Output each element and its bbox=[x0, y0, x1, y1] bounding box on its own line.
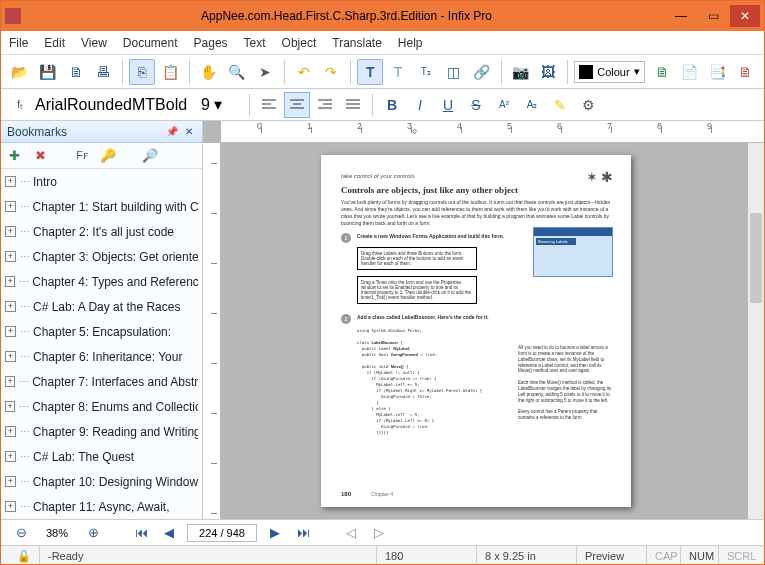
minimize-button[interactable]: — bbox=[666, 5, 696, 27]
zoom-in-button[interactable]: ⊕ bbox=[83, 523, 103, 543]
subscript-button[interactable]: A₂ bbox=[519, 92, 545, 118]
font-combo[interactable]: ArialRoundedMTBold bbox=[35, 96, 185, 114]
bookmark-item[interactable]: +⋯Chapter 6: Inheritance: Your bbox=[1, 344, 202, 369]
pointer-tool[interactable]: ➤ bbox=[252, 59, 278, 85]
panel-close-button[interactable]: ✕ bbox=[182, 125, 196, 139]
page-field[interactable]: 224 / 948 bbox=[187, 524, 257, 542]
print-button[interactable]: 🖶 bbox=[91, 59, 117, 85]
bookmarks-list[interactable]: +⋯Intro+⋯Chapter 1: Start building with … bbox=[1, 169, 202, 519]
page-insert-button[interactable]: 🗎 bbox=[649, 59, 675, 85]
align-center-button[interactable] bbox=[284, 92, 310, 118]
menu-document[interactable]: Document bbox=[123, 36, 178, 50]
pin-button[interactable]: 📌 bbox=[165, 125, 179, 139]
nav-back-button[interactable]: ◁ bbox=[341, 523, 361, 543]
expand-icon[interactable]: + bbox=[5, 501, 16, 512]
undo-button[interactable]: ↶ bbox=[291, 59, 317, 85]
text-tool[interactable]: T bbox=[357, 59, 383, 85]
save-all-button[interactable]: 🗎 bbox=[63, 59, 89, 85]
align-left-button[interactable] bbox=[256, 92, 282, 118]
bookmark-font-button[interactable]: Fꜰ bbox=[73, 147, 91, 165]
bookmark-item[interactable]: +⋯Chapter 4: Types and References bbox=[1, 269, 202, 294]
zoom-tool[interactable]: 🔍 bbox=[224, 59, 250, 85]
redo-button[interactable]: ↷ bbox=[318, 59, 344, 85]
colour-picker[interactable]: Colour ▾ bbox=[574, 61, 644, 83]
bold-button[interactable]: B bbox=[379, 92, 405, 118]
first-page-button[interactable]: ⏮ bbox=[131, 523, 151, 543]
zoom-out-button[interactable]: ⊖ bbox=[11, 523, 31, 543]
menu-view[interactable]: View bbox=[81, 36, 107, 50]
crop-tool[interactable]: ◫ bbox=[441, 59, 467, 85]
text-tool-alt[interactable]: T bbox=[385, 59, 411, 85]
link-tool[interactable]: 🔗 bbox=[469, 59, 495, 85]
bookmark-item[interactable]: +⋯Chapter 1: Start building with C# bbox=[1, 194, 202, 219]
menu-text[interactable]: Text bbox=[244, 36, 266, 50]
menu-pages[interactable]: Pages bbox=[194, 36, 228, 50]
ruler-horizontal[interactable]: ⬨ 0123456789 bbox=[221, 121, 764, 143]
bookmark-add-button[interactable]: ✚ bbox=[5, 147, 23, 165]
vertical-text-tool[interactable]: T₂ bbox=[413, 59, 439, 85]
font-chooser-button[interactable]: fₜ bbox=[7, 92, 33, 118]
bookmark-item[interactable]: +⋯Chapter 2: It's all just code bbox=[1, 219, 202, 244]
menu-file[interactable]: File bbox=[9, 36, 28, 50]
ruler-vertical[interactable] bbox=[203, 143, 221, 519]
menu-object[interactable]: Object bbox=[282, 36, 317, 50]
expand-icon[interactable]: + bbox=[5, 351, 16, 362]
align-justify-button[interactable] bbox=[340, 92, 366, 118]
superscript-button[interactable]: A² bbox=[491, 92, 517, 118]
expand-icon[interactable]: + bbox=[5, 326, 16, 337]
strike-button[interactable]: S bbox=[463, 92, 489, 118]
expand-icon[interactable]: + bbox=[5, 201, 16, 212]
hand-tool[interactable]: ✋ bbox=[196, 59, 222, 85]
expand-icon[interactable]: + bbox=[5, 226, 16, 237]
bookmark-item[interactable]: +⋯Chapter 8: Enums and Collections bbox=[1, 394, 202, 419]
highlight-button[interactable]: ✎ bbox=[547, 92, 573, 118]
fontsize-combo[interactable]: 9 ▾ bbox=[201, 95, 243, 114]
page-delete-button[interactable]: 🗎 bbox=[732, 59, 758, 85]
align-right-button[interactable] bbox=[312, 92, 338, 118]
expand-icon[interactable]: + bbox=[5, 301, 16, 312]
expand-icon[interactable]: + bbox=[5, 176, 16, 187]
next-page-button[interactable]: ▶ bbox=[265, 523, 285, 543]
save-button[interactable]: 💾 bbox=[35, 59, 61, 85]
lock-icon[interactable]: 🔓 bbox=[9, 546, 39, 565]
page-extract-button[interactable]: 📑 bbox=[704, 59, 730, 85]
bookmark-find-button[interactable]: 🔎 bbox=[141, 147, 159, 165]
expand-icon[interactable]: + bbox=[5, 401, 15, 412]
page-canvas[interactable]: take control of your controls Controls a… bbox=[221, 143, 764, 519]
menu-edit[interactable]: Edit bbox=[44, 36, 65, 50]
menu-help[interactable]: Help bbox=[398, 36, 423, 50]
paragraph-settings-button[interactable]: ⚙ bbox=[575, 92, 601, 118]
zoom-value[interactable]: 38% bbox=[39, 527, 75, 539]
expand-icon[interactable]: + bbox=[5, 276, 15, 287]
bookmark-delete-button[interactable]: ✖ bbox=[31, 147, 49, 165]
paste-button[interactable]: 📋 bbox=[157, 59, 183, 85]
last-page-button[interactable]: ⏭ bbox=[293, 523, 313, 543]
maximize-button[interactable]: ▭ bbox=[698, 5, 728, 27]
bookmark-item[interactable]: +⋯Chapter 11: Async, Await, bbox=[1, 494, 202, 519]
image-tool[interactable]: 🖼 bbox=[535, 59, 561, 85]
bookmark-item[interactable]: +⋯Intro bbox=[1, 169, 202, 194]
italic-button[interactable]: I bbox=[407, 92, 433, 118]
expand-icon[interactable]: + bbox=[5, 476, 16, 487]
menu-translate[interactable]: Translate bbox=[332, 36, 382, 50]
bookmark-item[interactable]: +⋯Chapter 10: Designing Windows bbox=[1, 469, 202, 494]
bookmark-key-button[interactable]: 🔑 bbox=[99, 147, 117, 165]
prev-page-button[interactable]: ◀ bbox=[159, 523, 179, 543]
expand-icon[interactable]: + bbox=[5, 251, 16, 262]
bookmark-item[interactable]: +⋯C# Lab: A Day at the Races bbox=[1, 294, 202, 319]
expand-icon[interactable]: + bbox=[5, 451, 16, 462]
bookmark-item[interactable]: +⋯Chapter 7: Interfaces and Abstract bbox=[1, 369, 202, 394]
expand-icon[interactable]: + bbox=[5, 376, 15, 387]
expand-icon[interactable]: + bbox=[5, 426, 16, 437]
close-button[interactable]: ✕ bbox=[730, 5, 760, 27]
bookmark-item[interactable]: +⋯C# Lab: The Quest bbox=[1, 444, 202, 469]
scrollbar-vertical[interactable] bbox=[748, 143, 764, 519]
bookmark-item[interactable]: +⋯Chapter 3: Objects: Get oriented bbox=[1, 244, 202, 269]
nav-forward-button[interactable]: ▷ bbox=[369, 523, 389, 543]
page-add-button[interactable]: 📄 bbox=[676, 59, 702, 85]
copy-button[interactable]: ⎘ bbox=[129, 59, 155, 85]
camera-tool[interactable]: 📷 bbox=[508, 59, 534, 85]
bookmark-item[interactable]: +⋯Chapter 9: Reading and Writing bbox=[1, 419, 202, 444]
scrollbar-thumb[interactable] bbox=[750, 213, 762, 303]
underline-button[interactable]: U bbox=[435, 92, 461, 118]
